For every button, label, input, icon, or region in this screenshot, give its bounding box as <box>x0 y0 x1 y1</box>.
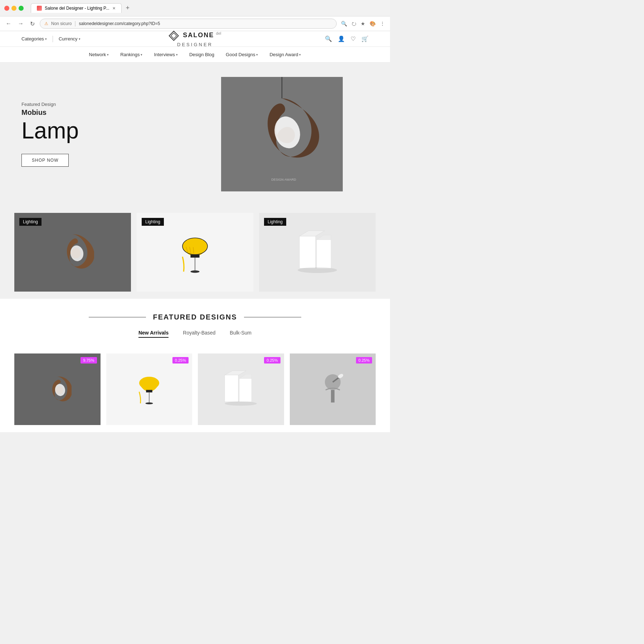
logo-diamond-icon <box>169 30 179 41</box>
nav-design-award[interactable]: Design Award ▾ <box>269 52 301 57</box>
featured-line-left <box>89 317 146 318</box>
nav-network[interactable]: Network ▾ <box>89 52 109 57</box>
browser-icons: 🔍 ⭮ ★ 🎨 ⋮ <box>340 20 386 27</box>
svg-marker-18 <box>317 235 331 240</box>
bottom-card-4[interactable]: 0.25% <box>290 353 376 425</box>
svg-marker-26 <box>225 371 246 375</box>
bottom-card-1[interactable]: 9.75% <box>14 353 101 425</box>
svg-rect-9 <box>191 255 200 258</box>
product-card-3[interactable]: Lighting <box>259 213 376 292</box>
categories-menu[interactable]: Categories ▾ <box>21 36 47 42</box>
lamp-svg-3 <box>292 227 342 277</box>
nav-rankings-chevron: ▾ <box>141 53 142 57</box>
menu-icon[interactable]: ⋮ <box>379 20 386 27</box>
featured-tabs: New Arrivals Royalty-Based Bulk-Sum <box>14 328 376 338</box>
discount-badge-2: 0.25% <box>172 357 189 364</box>
product-grid: Lighting <box>0 206 390 299</box>
svg-point-11 <box>191 270 200 273</box>
top-header: Categories ▾ Currency ▾ SALONE del DESIG… <box>0 31 390 47</box>
product-card-2[interactable]: Lighting <box>137 213 253 292</box>
svg-rect-31 <box>331 390 335 402</box>
svg-point-29 <box>225 401 257 406</box>
tab-new-arrivals[interactable]: New Arrivals <box>138 328 169 338</box>
discount-badge-1: 9.75% <box>80 357 97 364</box>
back-button[interactable]: ← <box>4 20 13 28</box>
bottom-card-3[interactable]: 0.25% <box>198 353 284 425</box>
discount-badge-3: 0.25% <box>264 357 280 364</box>
heart-icon[interactable]: ♡ <box>351 35 356 42</box>
forward-button[interactable]: → <box>16 20 25 28</box>
svg-rect-27 <box>239 379 252 402</box>
website-content: Categories ▾ Currency ▾ SALONE del DESIG… <box>0 31 390 432</box>
header-divider <box>53 36 53 42</box>
bottom-card-2[interactable]: 0.25% <box>106 353 192 425</box>
address-bar-row: ← → ↻ ⚠ Non sicuro | salonedeldesigner.c… <box>0 16 390 31</box>
cart-icon[interactable]: 🛒 <box>361 35 369 42</box>
url-display[interactable]: salonedeldesigner.com/category.php?ID=5 <box>79 21 332 26</box>
nav-good-designs-chevron: ▾ <box>256 53 258 57</box>
nav-design-award-chevron: ▾ <box>299 53 301 57</box>
featured-section: FEATURED DESIGNS New Arrivals Royalty-Ba… <box>0 299 390 353</box>
logo-sub: del <box>216 31 221 35</box>
user-icon[interactable]: 👤 <box>338 35 345 42</box>
bottom-card-image-3 <box>198 353 284 425</box>
header-right: 🔍 👤 ♡ 🛒 <box>325 35 369 42</box>
svg-text:DESIGN AWARD: DESIGN AWARD <box>271 178 296 181</box>
logo-brand: SALONE <box>183 31 214 39</box>
nav-good-designs[interactable]: Good Designs ▾ <box>226 52 258 57</box>
header-left: Categories ▾ Currency ▾ <box>21 36 80 42</box>
tab-royalty-based[interactable]: Royalty-Based <box>183 328 215 338</box>
svg-marker-28 <box>239 374 252 379</box>
nav-interviews[interactable]: Interviews ▾ <box>154 52 178 57</box>
browser-controls <box>4 6 24 11</box>
nav-design-blog[interactable]: Design Blog <box>189 52 214 57</box>
hero-section: Featured Design Mobius Lamp SHOP NOW DES… <box>0 63 390 206</box>
bottom-card-image-4 <box>290 353 376 425</box>
security-warning-label: Non sicuro <box>51 21 72 26</box>
svg-rect-15 <box>299 236 316 268</box>
new-tab-button[interactable]: + <box>123 3 133 13</box>
bottom-lamp-svg-2 <box>137 368 162 411</box>
discount-badge-4: 0.25% <box>356 357 372 364</box>
cast-icon[interactable]: ⭮ <box>351 20 357 27</box>
tab-close-icon[interactable]: ✕ <box>112 6 116 11</box>
product-card-1[interactable]: Lighting <box>14 213 131 292</box>
tab-bar: Salone del Designer - Lighting P... ✕ + <box>26 3 137 13</box>
logo-designer: DESIGNER <box>177 42 213 47</box>
hero-content: Featured Design Mobius Lamp SHOP NOW <box>21 102 195 167</box>
shop-now-button[interactable]: SHOP NOW <box>21 154 69 167</box>
hero-lamp-svg: DESIGN AWARD <box>221 77 343 191</box>
bottom-lamp-svg-3 <box>219 368 262 411</box>
search-browser-icon[interactable]: 🔍 <box>340 20 348 27</box>
svg-point-19 <box>298 267 337 273</box>
bottom-lamp-svg-1 <box>43 375 72 404</box>
lamp-svg-1 <box>51 231 94 274</box>
bottom-card-image-1 <box>14 353 101 425</box>
hero-title-large: Lamp <box>21 118 195 143</box>
security-warning-icon: ⚠ <box>44 21 48 26</box>
tab-title: Salone del Designer - Lighting P... <box>45 6 109 11</box>
featured-title: FEATURED DESIGNS <box>153 313 237 321</box>
svg-rect-25 <box>225 375 238 402</box>
featured-title-row: FEATURED DESIGNS <box>14 313 376 321</box>
nav-rankings[interactable]: Rankings ▾ <box>120 52 142 57</box>
close-button[interactable] <box>4 6 9 11</box>
svg-marker-1 <box>171 33 177 39</box>
reload-button[interactable]: ↻ <box>29 20 36 28</box>
logo[interactable]: SALONE del DESIGNER <box>169 30 222 48</box>
extension-icon[interactable]: 🎨 <box>369 20 376 27</box>
active-tab[interactable]: Salone del Designer - Lighting P... ✕ <box>31 3 122 13</box>
svg-marker-16 <box>299 231 325 236</box>
minimize-button[interactable] <box>11 6 16 11</box>
bookmark-icon[interactable]: ★ <box>360 20 366 27</box>
svg-point-24 <box>145 402 153 404</box>
search-icon[interactable]: 🔍 <box>325 35 332 42</box>
main-nav: Network ▾ Rankings ▾ Interviews ▾ Design… <box>0 47 390 63</box>
currency-menu[interactable]: Currency ▾ <box>59 36 80 42</box>
lighting-badge-3: Lighting <box>264 218 286 226</box>
currency-chevron: ▾ <box>79 37 80 41</box>
tab-bulk-sum[interactable]: Bulk-Sum <box>230 328 252 338</box>
bottom-lamp-svg-4 <box>318 371 347 407</box>
maximize-button[interactable] <box>19 6 24 11</box>
lighting-badge-1: Lighting <box>19 218 42 226</box>
